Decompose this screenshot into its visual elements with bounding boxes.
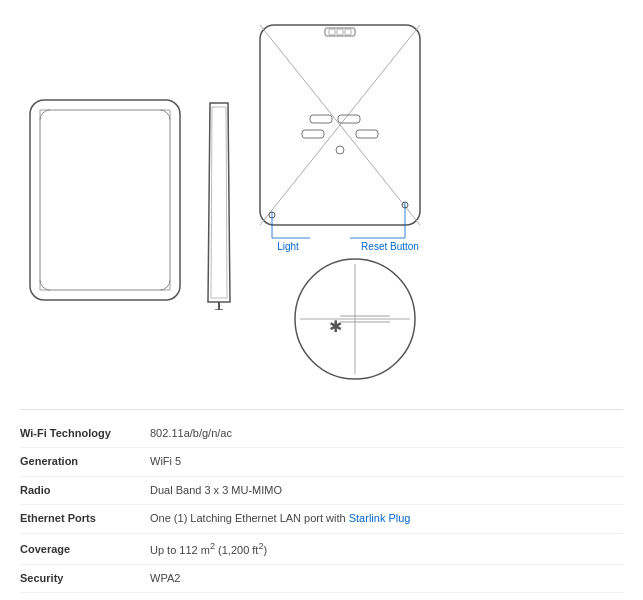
spec-row-radio: Radio Dual Band 3 x 3 MU-MIMO	[20, 477, 623, 505]
svg-text:Reset Button: Reset Button	[361, 241, 419, 252]
svg-point-25	[336, 146, 344, 154]
spec-label-wifi: Wi-Fi Technology	[20, 427, 150, 439]
spec-row-coverage: Coverage Up to 112 m2 (1,200 ft2)	[20, 534, 623, 565]
spec-label-generation: Generation	[20, 455, 150, 467]
svg-rect-20	[345, 29, 351, 35]
spec-value-generation: WiFi 5	[150, 454, 623, 469]
device-front-view	[20, 95, 190, 310]
spec-row-security: Security WPA2	[20, 565, 623, 593]
svg-rect-1	[40, 110, 170, 290]
svg-rect-19	[337, 29, 343, 35]
spec-row-ethernet: Ethernet Ports One (1) Latching Ethernet…	[20, 505, 623, 533]
svg-rect-21	[310, 115, 332, 123]
ethernet-text: One (1) Latching Ethernet LAN port with	[150, 512, 349, 524]
spec-label-coverage: Coverage	[20, 543, 150, 555]
device-side-view	[200, 95, 240, 310]
svg-line-15	[260, 125, 340, 225]
spec-value-ethernet: One (1) Latching Ethernet LAN port with …	[150, 511, 623, 526]
svg-text:Light: Light	[277, 241, 299, 252]
spec-value-wifi: 802.11a/b/g/n/ac	[150, 426, 623, 441]
spec-label-security: Security	[20, 572, 150, 584]
diagrams-section: Light Reset Button ✱	[20, 10, 623, 394]
spec-label-radio: Radio	[20, 484, 150, 496]
starlink-plug-link[interactable]: Starlink Plug	[349, 512, 411, 524]
spec-row-power: Power Indicator LED | rear face plate, l…	[20, 593, 623, 600]
specs-section: Wi-Fi Technology 802.11a/b/g/n/ac Genera…	[20, 409, 623, 600]
device-back-container: Light Reset Button ✱	[250, 20, 460, 384]
spec-value-coverage: Up to 112 m2 (1,200 ft2)	[150, 540, 623, 558]
spec-label-ethernet: Ethernet Ports	[20, 512, 150, 524]
page: Light Reset Button ✱	[0, 0, 643, 600]
svg-line-14	[340, 25, 420, 125]
spec-row-generation: Generation WiFi 5	[20, 448, 623, 476]
svg-rect-24	[356, 130, 378, 138]
spec-row-wifi: Wi-Fi Technology 802.11a/b/g/n/ac	[20, 420, 623, 448]
svg-rect-18	[329, 29, 335, 35]
svg-rect-22	[338, 115, 360, 123]
spec-value-radio: Dual Band 3 x 3 MU-MIMO	[150, 483, 623, 498]
svg-rect-0	[30, 100, 180, 300]
svg-line-13	[260, 25, 340, 125]
svg-text:✱: ✱	[329, 318, 342, 335]
spec-value-security: WPA2	[150, 571, 623, 586]
svg-rect-23	[302, 130, 324, 138]
svg-line-16	[340, 125, 420, 225]
diagram-left	[20, 95, 240, 310]
diagram-right: Light Reset Button ✱	[250, 20, 460, 384]
